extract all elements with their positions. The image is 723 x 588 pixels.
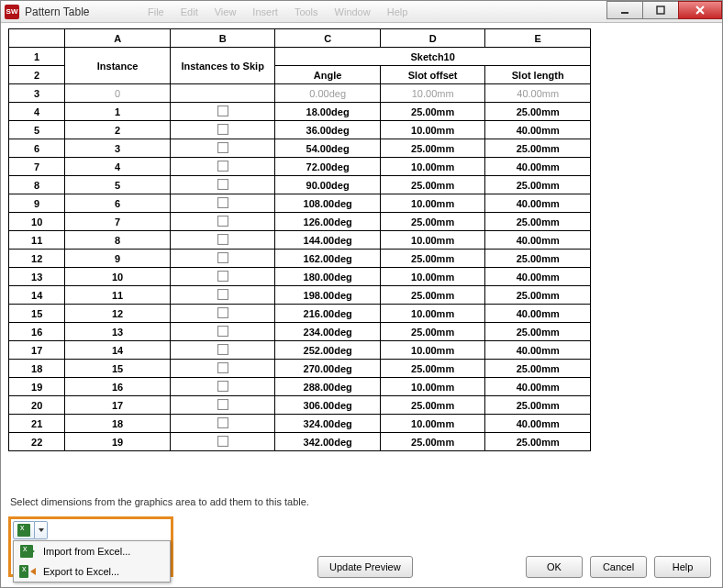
offset-cell[interactable]: 25.00mm [380, 286, 485, 305]
skip-cell[interactable] [170, 194, 275, 213]
col-c-header[interactable]: C [275, 29, 381, 48]
instance-cell[interactable]: 10 [65, 268, 171, 286]
excel-split-button[interactable] [13, 521, 48, 539]
length-cell[interactable]: 25.00mm [485, 176, 591, 194]
instance-cell[interactable]: 19 [65, 433, 171, 451]
table-row[interactable]: 1714252.00deg10.00mm40.00mm [9, 341, 591, 360]
table-row[interactable]: 1815270.00deg25.00mm25.00mm [9, 360, 591, 378]
col-d-header[interactable]: D [380, 29, 485, 48]
skip-checkbox[interactable] [217, 197, 228, 208]
instance-cell[interactable]: 18 [65, 415, 171, 433]
instance-cell[interactable]: 6 [65, 194, 171, 213]
skip-checkbox[interactable] [217, 381, 228, 392]
angle-cell[interactable]: 234.00deg [275, 323, 381, 341]
update-preview-button[interactable]: Update Preview [317, 556, 413, 578]
skip-header[interactable]: Instances to Skip [170, 48, 275, 84]
col-a-header[interactable]: A [65, 29, 171, 48]
row-header[interactable]: 18 [9, 360, 65, 378]
angle-cell[interactable]: 0.00deg [275, 84, 381, 103]
angle-cell[interactable]: 90.00deg [275, 176, 381, 194]
row-header[interactable]: 8 [9, 176, 65, 194]
skip-checkbox[interactable] [217, 417, 228, 428]
instance-cell[interactable]: 8 [65, 231, 171, 250]
instance-cell[interactable]: 9 [65, 250, 171, 268]
length-cell[interactable]: 25.00mm [485, 250, 591, 268]
offset-cell[interactable]: 25.00mm [380, 103, 485, 121]
instance-cell[interactable]: 11 [65, 286, 171, 305]
length-cell[interactable]: 25.00mm [485, 396, 591, 415]
table-row[interactable]: 5236.00deg10.00mm40.00mm [9, 121, 591, 139]
cancel-button[interactable]: Cancel [590, 556, 647, 578]
table-scroll-area[interactable]: A B C D E 1 Instance Instances to Skip S… [8, 28, 605, 469]
offset-header[interactable]: Slot offset [380, 66, 485, 84]
table-row[interactable]: 7472.00deg10.00mm40.00mm [9, 158, 591, 176]
length-header[interactable]: Slot length [485, 66, 591, 84]
angle-cell[interactable]: 252.00deg [275, 341, 381, 360]
col-b-header[interactable]: B [170, 29, 275, 48]
sketch-header[interactable]: Sketch10 [275, 48, 591, 66]
length-cell[interactable]: 40.00mm [485, 158, 591, 176]
angle-cell[interactable]: 288.00deg [275, 378, 381, 396]
offset-cell[interactable]: 10.00mm [380, 231, 485, 250]
table-row[interactable]: 4118.00deg25.00mm25.00mm [9, 103, 591, 121]
maximize-button[interactable] [642, 1, 679, 19]
instance-cell[interactable]: 1 [65, 103, 171, 121]
skip-cell[interactable] [170, 323, 275, 341]
row-header[interactable]: 22 [9, 433, 65, 451]
length-cell[interactable]: 40.00mm [485, 415, 591, 433]
table-row[interactable]: 2118324.00deg10.00mm40.00mm [9, 415, 591, 433]
col-e-header[interactable]: E [485, 29, 591, 48]
skip-checkbox[interactable] [217, 234, 228, 245]
table-row[interactable]: 118144.00deg10.00mm40.00mm [9, 231, 591, 250]
table-row[interactable]: 3 0 0.00deg 10.00mm 40.00mm [9, 84, 591, 103]
table-row[interactable]: 129162.00deg25.00mm25.00mm [9, 250, 591, 268]
skip-checkbox[interactable] [217, 399, 228, 410]
offset-cell[interactable]: 10.00mm [380, 268, 485, 286]
row-header[interactable]: 19 [9, 378, 65, 396]
length-cell[interactable]: 25.00mm [485, 139, 591, 158]
skip-checkbox[interactable] [217, 124, 228, 135]
offset-cell[interactable]: 10.00mm [380, 305, 485, 323]
menu-import-from-excel[interactable]: Import from Excel... [14, 541, 170, 561]
skip-cell[interactable] [170, 176, 275, 194]
row-header[interactable]: 13 [9, 268, 65, 286]
excel-button-dropdown[interactable] [35, 521, 48, 539]
table-row[interactable]: 96108.00deg10.00mm40.00mm [9, 194, 591, 213]
row-header[interactable]: 6 [9, 139, 65, 158]
skip-checkbox[interactable] [217, 161, 228, 172]
skip-cell[interactable] [170, 213, 275, 231]
angle-cell[interactable]: 324.00deg [275, 415, 381, 433]
angle-cell[interactable]: 342.00deg [275, 433, 381, 451]
length-cell[interactable]: 25.00mm [485, 103, 591, 121]
offset-cell[interactable]: 10.00mm [380, 158, 485, 176]
row-header[interactable]: 20 [9, 396, 65, 415]
length-cell[interactable]: 40.00mm [485, 378, 591, 396]
offset-cell[interactable]: 10.00mm [380, 415, 485, 433]
skip-checkbox[interactable] [217, 362, 228, 373]
angle-cell[interactable]: 198.00deg [275, 286, 381, 305]
offset-cell[interactable]: 10.00mm [380, 121, 485, 139]
skip-cell[interactable] [170, 103, 275, 121]
length-cell[interactable]: 25.00mm [485, 433, 591, 451]
angle-cell[interactable]: 54.00deg [275, 139, 381, 158]
skip-cell[interactable] [170, 341, 275, 360]
row-header[interactable]: 21 [9, 415, 65, 433]
row-header[interactable]: 10 [9, 213, 65, 231]
angle-cell[interactable]: 36.00deg [275, 121, 381, 139]
excel-button-main[interactable] [13, 521, 35, 539]
pattern-table[interactable]: A B C D E 1 Instance Instances to Skip S… [8, 28, 591, 451]
table-row[interactable]: 1916288.00deg10.00mm40.00mm [9, 378, 591, 396]
instance-cell[interactable]: 17 [65, 396, 171, 415]
skip-cell[interactable] [170, 305, 275, 323]
angle-cell[interactable]: 126.00deg [275, 213, 381, 231]
row-header[interactable]: 1 [9, 48, 65, 66]
instance-cell[interactable]: 5 [65, 176, 171, 194]
skip-checkbox[interactable] [217, 216, 228, 227]
row-header[interactable]: 15 [9, 305, 65, 323]
angle-cell[interactable]: 216.00deg [275, 305, 381, 323]
skip-cell[interactable] [170, 415, 275, 433]
instance-cell[interactable]: 4 [65, 158, 171, 176]
offset-cell[interactable]: 10.00mm [380, 378, 485, 396]
table-row[interactable]: 1411198.00deg25.00mm25.00mm [9, 286, 591, 305]
skip-cell[interactable] [170, 286, 275, 305]
